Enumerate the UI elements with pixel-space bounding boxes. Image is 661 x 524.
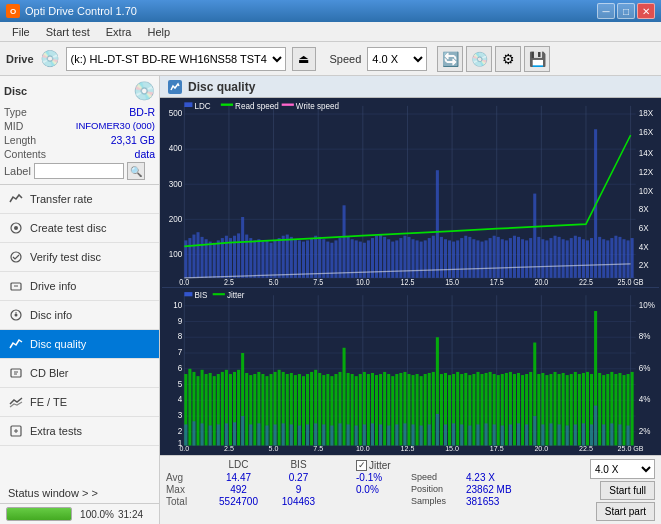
label-browse-button[interactable]: 🔍 (127, 162, 145, 180)
maximize-button[interactable]: □ (617, 3, 635, 19)
drive-info-label: Drive info (30, 280, 76, 292)
svg-rect-309 (631, 372, 634, 446)
svg-rect-319 (257, 424, 260, 446)
mid-value: INFOMER30 (000) (76, 120, 155, 132)
svg-rect-52 (253, 240, 256, 277)
svg-rect-264 (448, 375, 451, 445)
minimize-button[interactable]: ─ (597, 3, 615, 19)
menu-extra[interactable]: Extra (98, 24, 140, 40)
svg-rect-204 (205, 374, 208, 445)
svg-rect-268 (464, 373, 467, 445)
disc-icon[interactable]: 💿 (466, 46, 492, 72)
svg-rect-311 (192, 421, 195, 445)
svg-rect-303 (606, 374, 609, 445)
svg-text:8X: 8X (639, 204, 649, 215)
svg-rect-228 (302, 376, 305, 445)
menu-help[interactable]: Help (139, 24, 178, 40)
svg-rect-361 (594, 406, 597, 446)
svg-rect-112 (497, 237, 500, 278)
speed-select[interactable]: 4.0 X (367, 47, 427, 71)
status-window-button[interactable]: Status window > > (0, 483, 159, 504)
label-input[interactable] (34, 163, 124, 179)
stats-empty (166, 459, 206, 471)
svg-text:100: 100 (169, 248, 183, 259)
right-controls: 4.0 X Start full Start part (586, 459, 655, 521)
time-text: 31:24 (118, 509, 153, 520)
sidebar-item-verify-test-disc[interactable]: Verify test disc (0, 243, 159, 272)
svg-text:2.5: 2.5 (224, 444, 234, 453)
stats-speed-dropdown[interactable]: 4.0 X (590, 459, 655, 479)
transfer-rate-label: Transfer rate (30, 193, 93, 205)
svg-rect-338 (412, 425, 415, 446)
svg-rect-74 (343, 205, 346, 278)
settings-icon[interactable]: ⚙ (495, 46, 521, 72)
svg-rect-288 (545, 375, 548, 445)
svg-rect-108 (480, 242, 483, 278)
progress-text: 100.0% (76, 509, 114, 520)
svg-rect-346 (476, 425, 479, 446)
extra-tests-icon (8, 423, 24, 439)
svg-rect-310 (184, 425, 187, 446)
svg-rect-93 (420, 242, 423, 278)
save-icon[interactable]: 💾 (524, 46, 550, 72)
create-test-disc-icon (8, 220, 24, 236)
menu-start-test[interactable]: Start test (38, 24, 98, 40)
chart1: 500 400 300 200 100 18X 16X 14X 12X 10X … (162, 100, 659, 288)
sidebar-item-drive-info[interactable]: Drive info (0, 272, 159, 301)
svg-rect-98 (440, 237, 443, 278)
drive-select[interactable]: (k:) HL-DT-ST BD-RE WH16NS58 TST4 (66, 47, 286, 71)
sidebar-item-disc-quality[interactable]: Disc quality (0, 330, 159, 359)
sidebar-item-disc-info[interactable]: Disc info (0, 301, 159, 330)
svg-rect-67 (314, 236, 317, 278)
svg-point-6 (15, 314, 18, 317)
svg-text:25.0 GB: 25.0 GB (618, 277, 644, 287)
refresh-icon[interactable]: 🔄 (437, 46, 463, 72)
svg-text:15.0: 15.0 (445, 277, 459, 287)
svg-rect-348 (493, 425, 496, 446)
svg-rect-105 (468, 237, 471, 278)
svg-rect-362 (602, 425, 605, 446)
sidebar-item-cd-bler[interactable]: CD Bler (0, 359, 159, 388)
svg-text:8: 8 (178, 332, 183, 341)
svg-rect-113 (501, 239, 504, 278)
svg-text:400: 400 (169, 143, 183, 154)
svg-text:7.5: 7.5 (313, 444, 323, 453)
svg-text:500: 500 (169, 108, 183, 119)
svg-rect-326 (314, 424, 317, 446)
sidebar-item-extra-tests[interactable]: Extra tests (0, 417, 159, 446)
eject-button[interactable]: ⏏ (292, 47, 316, 71)
svg-text:6X: 6X (639, 222, 649, 233)
sidebar-item-fe-te[interactable]: FE / TE (0, 388, 159, 417)
svg-rect-286 (537, 374, 540, 445)
svg-text:15.0: 15.0 (445, 444, 459, 453)
content-title: Disc quality (188, 80, 255, 94)
svg-rect-354 (541, 425, 544, 446)
svg-text:12.5: 12.5 (401, 277, 415, 287)
svg-text:LDC: LDC (194, 101, 210, 112)
svg-rect-62 (294, 239, 297, 278)
jitter-checkbox[interactable]: ✓ (356, 460, 367, 471)
menu-file[interactable]: File (4, 24, 38, 40)
close-button[interactable]: ✕ (637, 3, 655, 19)
svg-rect-260 (432, 372, 435, 446)
position-label: Position (411, 484, 466, 495)
title-bar: O Opti Drive Control 1.70 ─ □ ✕ (0, 0, 661, 22)
svg-rect-87 (395, 240, 398, 277)
disc-info-label: Disc info (30, 309, 72, 321)
svg-rect-120 (529, 238, 532, 278)
svg-rect-54 (261, 242, 264, 278)
sidebar-item-create-test-disc[interactable]: Create test disc (0, 214, 159, 243)
svg-rect-43 (217, 240, 220, 277)
svg-rect-135 (590, 238, 593, 278)
svg-rect-330 (347, 425, 350, 446)
svg-rect-51 (249, 238, 252, 278)
svg-text:Jitter: Jitter (227, 291, 245, 300)
start-full-button[interactable]: Start full (600, 481, 655, 500)
start-part-button[interactable]: Start part (596, 502, 655, 521)
svg-rect-248 (383, 372, 386, 446)
svg-rect-71 (330, 243, 333, 278)
svg-rect-284 (529, 372, 532, 446)
sidebar-item-transfer-rate[interactable]: Transfer rate (0, 185, 159, 214)
svg-rect-322 (282, 424, 285, 446)
svg-rect-92 (416, 240, 419, 277)
